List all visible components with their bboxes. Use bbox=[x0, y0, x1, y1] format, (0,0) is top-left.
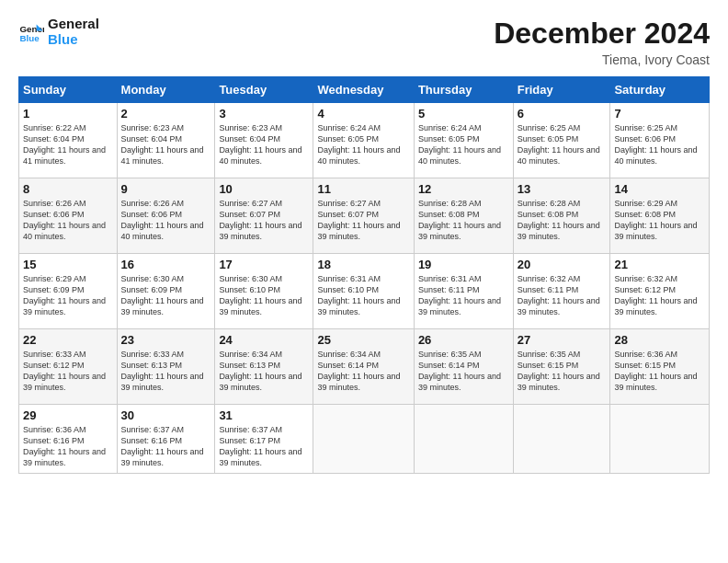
calendar-cell: 4 Sunrise: 6:24 AM Sunset: 6:05 PM Dayli… bbox=[313, 103, 414, 178]
logo-icon: General Blue bbox=[18, 19, 44, 45]
day-number: 22 bbox=[23, 333, 113, 347]
weekday-header-wednesday: Wednesday bbox=[313, 77, 414, 103]
day-info: Sunrise: 6:23 AM Sunset: 6:04 PM Dayligh… bbox=[219, 122, 309, 167]
calendar-cell: 28 Sunrise: 6:36 AM Sunset: 6:15 PM Dayl… bbox=[610, 329, 710, 405]
day-number: 11 bbox=[317, 182, 409, 196]
day-info: Sunrise: 6:24 AM Sunset: 6:05 PM Dayligh… bbox=[418, 122, 509, 167]
calendar-cell bbox=[513, 405, 610, 474]
page: General Blue General Blue December 2024 … bbox=[0, 0, 728, 563]
day-number: 20 bbox=[518, 258, 607, 271]
calendar-table: SundayMondayTuesdayWednesdayThursdayFrid… bbox=[18, 76, 710, 474]
day-info: Sunrise: 6:34 AM Sunset: 6:13 PM Dayligh… bbox=[219, 349, 309, 394]
month-title: December 2024 bbox=[494, 17, 710, 51]
calendar-cell: 8 Sunrise: 6:26 AM Sunset: 6:06 PM Dayli… bbox=[19, 178, 118, 254]
title-area: December 2024 Tiema, Ivory Coast bbox=[494, 17, 710, 67]
calendar-cell: 3 Sunrise: 6:23 AM Sunset: 6:04 PM Dayli… bbox=[215, 103, 313, 178]
day-number: 3 bbox=[219, 107, 309, 121]
calendar-cell: 12 Sunrise: 6:28 AM Sunset: 6:08 PM Dayl… bbox=[414, 178, 513, 254]
logo-blue: Blue bbox=[48, 32, 99, 48]
weekday-header-sunday: Sunday bbox=[19, 77, 118, 103]
logo: General Blue General Blue bbox=[18, 17, 99, 47]
calendar-cell: 13 Sunrise: 6:28 AM Sunset: 6:08 PM Dayl… bbox=[513, 178, 610, 254]
calendar-cell: 29 Sunrise: 6:36 AM Sunset: 6:16 PM Dayl… bbox=[19, 405, 118, 474]
day-number: 31 bbox=[219, 408, 309, 422]
day-info: Sunrise: 6:34 AM Sunset: 6:14 PM Dayligh… bbox=[317, 349, 409, 394]
weekday-header-row: SundayMondayTuesdayWednesdayThursdayFrid… bbox=[19, 77, 710, 103]
day-number: 17 bbox=[219, 258, 309, 271]
day-info: Sunrise: 6:28 AM Sunset: 6:08 PM Dayligh… bbox=[418, 198, 509, 243]
calendar-cell: 21 Sunrise: 6:32 AM Sunset: 6:12 PM Dayl… bbox=[610, 254, 710, 329]
day-number: 1 bbox=[23, 107, 113, 121]
calendar-cell: 1 Sunrise: 6:22 AM Sunset: 6:04 PM Dayli… bbox=[19, 103, 118, 178]
day-number: 29 bbox=[23, 408, 113, 422]
weekday-header-friday: Friday bbox=[513, 77, 610, 103]
day-info: Sunrise: 6:29 AM Sunset: 6:08 PM Dayligh… bbox=[614, 198, 705, 243]
calendar-cell: 22 Sunrise: 6:33 AM Sunset: 6:12 PM Dayl… bbox=[19, 329, 118, 405]
day-info: Sunrise: 6:36 AM Sunset: 6:16 PM Dayligh… bbox=[23, 424, 113, 469]
calendar-cell: 19 Sunrise: 6:31 AM Sunset: 6:11 PM Dayl… bbox=[414, 254, 513, 329]
day-info: Sunrise: 6:26 AM Sunset: 6:06 PM Dayligh… bbox=[23, 198, 113, 243]
day-number: 6 bbox=[518, 107, 607, 121]
calendar-cell: 6 Sunrise: 6:25 AM Sunset: 6:05 PM Dayli… bbox=[513, 103, 610, 178]
day-number: 14 bbox=[614, 182, 705, 196]
day-number: 9 bbox=[121, 182, 211, 196]
calendar-cell: 30 Sunrise: 6:37 AM Sunset: 6:16 PM Dayl… bbox=[117, 405, 215, 474]
calendar-cell: 5 Sunrise: 6:24 AM Sunset: 6:05 PM Dayli… bbox=[414, 103, 513, 178]
day-info: Sunrise: 6:28 AM Sunset: 6:08 PM Dayligh… bbox=[518, 198, 607, 243]
day-info: Sunrise: 6:25 AM Sunset: 6:05 PM Dayligh… bbox=[518, 122, 607, 167]
calendar-cell: 20 Sunrise: 6:32 AM Sunset: 6:11 PM Dayl… bbox=[513, 254, 610, 329]
day-info: Sunrise: 6:37 AM Sunset: 6:16 PM Dayligh… bbox=[121, 424, 211, 469]
day-number: 15 bbox=[23, 258, 113, 271]
calendar-week-2: 8 Sunrise: 6:26 AM Sunset: 6:06 PM Dayli… bbox=[19, 178, 710, 254]
calendar-cell: 14 Sunrise: 6:29 AM Sunset: 6:08 PM Dayl… bbox=[610, 178, 710, 254]
day-info: Sunrise: 6:27 AM Sunset: 6:07 PM Dayligh… bbox=[317, 198, 409, 243]
calendar-cell: 7 Sunrise: 6:25 AM Sunset: 6:06 PM Dayli… bbox=[610, 103, 710, 178]
day-info: Sunrise: 6:35 AM Sunset: 6:15 PM Dayligh… bbox=[518, 349, 607, 394]
day-info: Sunrise: 6:31 AM Sunset: 6:11 PM Dayligh… bbox=[418, 273, 509, 318]
calendar-cell: 9 Sunrise: 6:26 AM Sunset: 6:06 PM Dayli… bbox=[117, 178, 215, 254]
weekday-header-monday: Monday bbox=[117, 77, 215, 103]
day-info: Sunrise: 6:37 AM Sunset: 6:17 PM Dayligh… bbox=[219, 424, 309, 469]
day-number: 5 bbox=[418, 107, 509, 121]
weekday-header-saturday: Saturday bbox=[610, 77, 710, 103]
calendar-week-3: 15 Sunrise: 6:29 AM Sunset: 6:09 PM Dayl… bbox=[19, 254, 710, 329]
calendar-cell bbox=[610, 405, 710, 474]
day-info: Sunrise: 6:29 AM Sunset: 6:09 PM Dayligh… bbox=[23, 273, 113, 318]
day-number: 16 bbox=[121, 258, 211, 271]
day-number: 2 bbox=[121, 107, 211, 121]
day-info: Sunrise: 6:30 AM Sunset: 6:09 PM Dayligh… bbox=[121, 273, 211, 318]
calendar-cell: 31 Sunrise: 6:37 AM Sunset: 6:17 PM Dayl… bbox=[215, 405, 313, 474]
day-number: 12 bbox=[418, 182, 509, 196]
day-number: 27 bbox=[518, 333, 607, 347]
day-number: 10 bbox=[219, 182, 309, 196]
day-number: 30 bbox=[121, 408, 211, 422]
header: General Blue General Blue December 2024 … bbox=[18, 17, 710, 67]
day-number: 13 bbox=[518, 182, 607, 196]
day-info: Sunrise: 6:33 AM Sunset: 6:12 PM Dayligh… bbox=[23, 349, 113, 394]
svg-text:Blue: Blue bbox=[19, 32, 40, 42]
day-info: Sunrise: 6:30 AM Sunset: 6:10 PM Dayligh… bbox=[219, 273, 309, 318]
day-info: Sunrise: 6:22 AM Sunset: 6:04 PM Dayligh… bbox=[23, 122, 113, 167]
weekday-header-thursday: Thursday bbox=[414, 77, 513, 103]
calendar-cell: 23 Sunrise: 6:33 AM Sunset: 6:13 PM Dayl… bbox=[117, 329, 215, 405]
calendar-week-1: 1 Sunrise: 6:22 AM Sunset: 6:04 PM Dayli… bbox=[19, 103, 710, 178]
location: Tiema, Ivory Coast bbox=[494, 52, 710, 67]
calendar-cell bbox=[313, 405, 414, 474]
day-number: 8 bbox=[23, 182, 113, 196]
calendar-cell: 25 Sunrise: 6:34 AM Sunset: 6:14 PM Dayl… bbox=[313, 329, 414, 405]
calendar-cell: 15 Sunrise: 6:29 AM Sunset: 6:09 PM Dayl… bbox=[19, 254, 118, 329]
day-info: Sunrise: 6:31 AM Sunset: 6:10 PM Dayligh… bbox=[317, 273, 409, 318]
day-info: Sunrise: 6:32 AM Sunset: 6:11 PM Dayligh… bbox=[518, 273, 607, 318]
day-number: 4 bbox=[317, 107, 409, 121]
calendar-week-5: 29 Sunrise: 6:36 AM Sunset: 6:16 PM Dayl… bbox=[19, 405, 710, 474]
day-info: Sunrise: 6:24 AM Sunset: 6:05 PM Dayligh… bbox=[317, 122, 409, 167]
day-number: 19 bbox=[418, 258, 509, 271]
calendar-cell bbox=[414, 405, 513, 474]
logo-general: General bbox=[48, 17, 99, 32]
day-number: 7 bbox=[614, 107, 705, 121]
calendar-cell: 17 Sunrise: 6:30 AM Sunset: 6:10 PM Dayl… bbox=[215, 254, 313, 329]
calendar-cell: 10 Sunrise: 6:27 AM Sunset: 6:07 PM Dayl… bbox=[215, 178, 313, 254]
day-info: Sunrise: 6:26 AM Sunset: 6:06 PM Dayligh… bbox=[121, 198, 211, 243]
calendar-cell: 16 Sunrise: 6:30 AM Sunset: 6:09 PM Dayl… bbox=[117, 254, 215, 329]
day-number: 28 bbox=[614, 333, 705, 347]
